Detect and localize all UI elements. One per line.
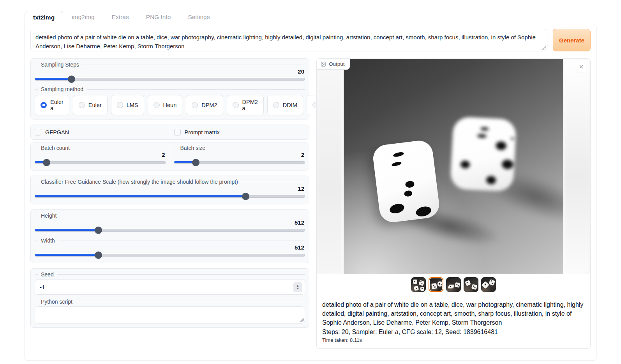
slider-knob[interactable] — [68, 76, 75, 83]
die-pip — [405, 181, 415, 188]
radio-label: DPM2 a — [242, 99, 258, 111]
gfpgan-label: GFPGAN — [45, 129, 69, 135]
thumbnail-1[interactable] — [411, 277, 426, 292]
checkbox-icon — [35, 129, 41, 135]
slider-fill — [35, 195, 245, 197]
radio-dpm2[interactable]: DPM2 — [186, 95, 223, 115]
python-script-label: Python script — [35, 298, 305, 305]
die-pip — [460, 160, 470, 169]
thumbnail-strip — [317, 274, 590, 295]
prompt-input[interactable]: detailed photo of a pair of white die on… — [30, 29, 547, 51]
tab-extras[interactable]: Extras — [103, 11, 138, 24]
cfg-slider[interactable] — [35, 193, 305, 200]
slider-track — [35, 161, 166, 164]
height-slider[interactable] — [35, 227, 305, 234]
die-pip — [502, 160, 513, 169]
cfg-group: Classifier Free Guidance Scale (how stro… — [30, 176, 309, 204]
radio-euler[interactable]: Euler — [73, 95, 108, 115]
die-pip — [391, 161, 402, 167]
prompt-matrix-checkbox[interactable]: Prompt matrix — [174, 129, 305, 135]
settings-column: Sampling Steps 20 Sampling method Euler … — [30, 58, 309, 333]
prompt-row: detailed photo of a pair of white die on… — [30, 29, 591, 51]
slider-fill — [35, 78, 71, 80]
thumbnail-2-selected[interactable] — [429, 277, 443, 292]
radio-ddim[interactable]: DDIM — [267, 95, 303, 115]
radio-lms[interactable]: LMS — [111, 95, 144, 115]
tab-settings[interactable]: Settings — [179, 11, 218, 24]
batch-size-label: Batch size — [174, 144, 305, 151]
width-label: Width — [35, 237, 305, 244]
seed-group: Seed -1 ▲▲ Python script — [30, 268, 309, 328]
number-spinner[interactable]: ▲▲ — [293, 282, 302, 292]
die-pip — [496, 141, 506, 150]
slider-track — [35, 229, 305, 232]
sampling-steps-slider[interactable] — [35, 76, 305, 83]
slider-knob[interactable] — [192, 159, 199, 166]
generated-image[interactable] — [344, 59, 563, 274]
batch-count-value: 2 — [35, 151, 166, 158]
seed-label: Seed — [35, 271, 305, 278]
radio-label: Euler a — [50, 99, 64, 111]
radio-label: Euler — [88, 102, 102, 108]
die-pip — [389, 202, 406, 215]
radio-label: DPM2 — [201, 102, 217, 108]
seed-input[interactable]: -1 ▲▲ — [35, 279, 305, 295]
radio-dot-icon — [153, 102, 160, 108]
thumbnail-4[interactable] — [464, 277, 478, 292]
die-blurred — [450, 116, 517, 192]
die-pip — [477, 134, 487, 138]
width-slider[interactable] — [35, 251, 305, 259]
batch-group: Batch count 2 Batch size 2 — [30, 142, 309, 171]
batch-size-value: 2 — [174, 151, 305, 158]
checkbox-icon — [174, 129, 181, 135]
python-script-input[interactable] — [35, 306, 305, 324]
die-pip — [480, 127, 489, 131]
sampling-group: Sampling Steps 20 Sampling method Euler … — [30, 58, 309, 120]
generate-button[interactable]: Generate — [553, 29, 591, 51]
slider-knob[interactable] — [242, 193, 249, 200]
resize-grip-icon[interactable] — [299, 317, 304, 322]
radio-label: LMS — [127, 102, 138, 108]
radio-label: Heun — [163, 102, 177, 108]
sampling-steps-value: 20 — [35, 68, 305, 75]
resize-grip-icon[interactable] — [541, 45, 546, 50]
tab-png-info[interactable]: PNG Info — [138, 11, 180, 24]
close-output-button[interactable]: ✕ — [576, 62, 586, 72]
sampling-method-label: Sampling method — [35, 86, 305, 93]
radio-dot-icon — [79, 102, 85, 108]
width-value: 512 — [35, 244, 305, 251]
die-pip — [393, 151, 404, 158]
prompt-text: detailed photo of a pair of white die on… — [35, 34, 536, 49]
slider-knob[interactable] — [95, 227, 102, 234]
slider-fill — [35, 254, 98, 256]
dimensions-group: Height 512 Width 512 — [30, 209, 309, 263]
info-prompt-text: detailed photo of a pair of white die on… — [322, 300, 585, 327]
die-pip — [404, 190, 413, 197]
thumbnail-5[interactable] — [481, 277, 496, 292]
slider-knob[interactable] — [95, 251, 102, 259]
die-focused — [372, 139, 441, 223]
generation-info: detailed photo of a pair of white die on… — [317, 295, 590, 348]
batch-count-slider[interactable] — [35, 159, 166, 166]
tab-txt2img[interactable]: txt2img — [25, 11, 63, 24]
sampling-method-options: Euler a Euler LMS Heun DPM2 DPM2 a DDIM … — [35, 95, 305, 115]
die-pip — [511, 137, 514, 140]
thumbnail-3[interactable] — [446, 277, 461, 292]
radio-euler-a[interactable]: Euler a — [35, 95, 69, 115]
output-image-viewer[interactable]: Output ✕ — [317, 59, 590, 274]
viewer-blur-right — [564, 59, 590, 274]
gfpgan-checkbox[interactable]: GFPGAN — [35, 129, 166, 135]
tab-img2img[interactable]: img2img — [63, 11, 103, 24]
radio-dpm2-a[interactable]: DPM2 a — [227, 95, 264, 115]
radio-heun[interactable]: Heun — [148, 95, 183, 115]
die-pip — [415, 205, 432, 218]
radio-dot-icon — [192, 102, 198, 108]
height-value: 512 — [35, 219, 305, 226]
image-icon — [321, 62, 326, 67]
tab-bar: txt2img img2img Extras PNG Info Settings — [25, 11, 596, 24]
slider-knob[interactable] — [43, 159, 50, 166]
die-pip — [486, 176, 496, 185]
batch-size-slider[interactable] — [174, 159, 305, 166]
info-params-text: Steps: 20, Sampler: Euler a, CFG scale: … — [322, 327, 585, 336]
slider-fill — [35, 229, 98, 231]
